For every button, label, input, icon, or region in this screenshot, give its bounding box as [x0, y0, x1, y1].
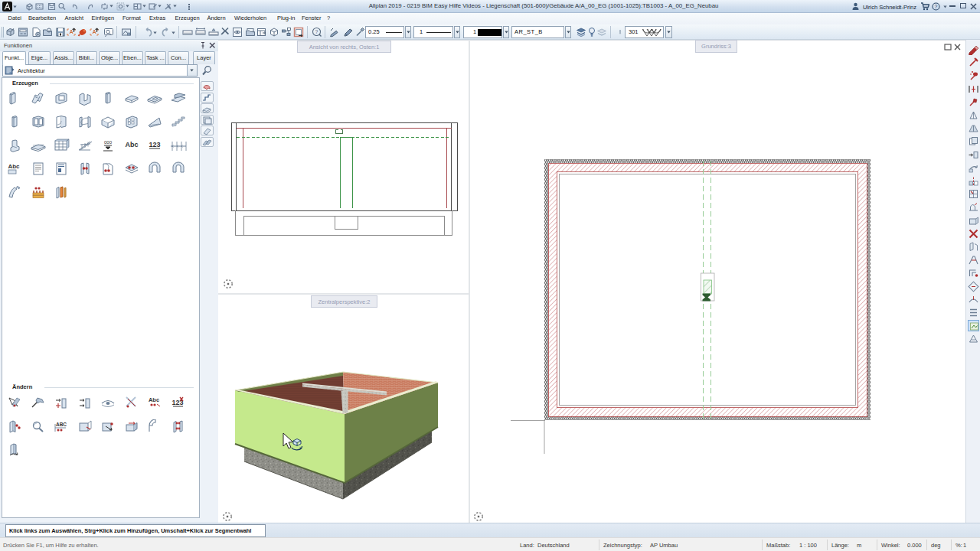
svg-text:Abc: Abc: [125, 141, 138, 148]
svg-text:?: ?: [315, 29, 318, 34]
svg-text:?: ?: [935, 4, 938, 9]
svg-text:ABC: ABC: [56, 422, 67, 427]
svg-text:000: 000: [104, 140, 113, 145]
svg-text:Abc: Abc: [8, 163, 20, 170]
svg-text:Abc: Abc: [149, 396, 159, 403]
svg-text:123: 123: [149, 141, 160, 148]
